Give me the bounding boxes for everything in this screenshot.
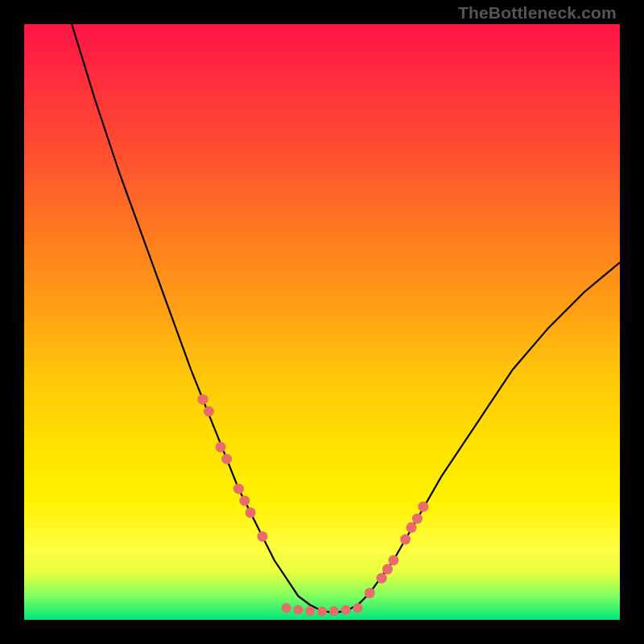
- curve-marker: [353, 603, 362, 613]
- curve-marker: [216, 442, 226, 452]
- curve-marker: [198, 394, 208, 405]
- chart-frame: TheBottleneck.com: [0, 0, 644, 644]
- curve-marker: [418, 502, 428, 512]
- curve-marker: [258, 531, 268, 542]
- curve-marker: [341, 605, 351, 614]
- curve-marker: [388, 555, 398, 566]
- curve-marker: [246, 507, 256, 518]
- curve-marker: [282, 603, 291, 613]
- curve-marker: [329, 606, 339, 616]
- curve-marker: [293, 605, 303, 614]
- bottleneck-curve-svg: [24, 24, 620, 620]
- curve-marker: [407, 522, 417, 533]
- curve-marker: [365, 588, 375, 598]
- curve-marker: [412, 514, 423, 524]
- curve-marker: [233, 484, 244, 494]
- curve-markers: [198, 394, 429, 617]
- bottleneck-curve: [72, 24, 620, 613]
- curve-marker: [239, 496, 250, 506]
- watermark-text: TheBottleneck.com: [458, 3, 617, 23]
- curve-marker: [400, 535, 411, 545]
- curve-marker: [317, 607, 327, 617]
- curve-marker: [382, 564, 393, 575]
- curve-marker: [377, 573, 387, 584]
- curve-marker: [305, 606, 315, 616]
- curve-marker: [221, 454, 232, 464]
- plot-area: [24, 24, 620, 620]
- curve-marker: [204, 407, 214, 417]
